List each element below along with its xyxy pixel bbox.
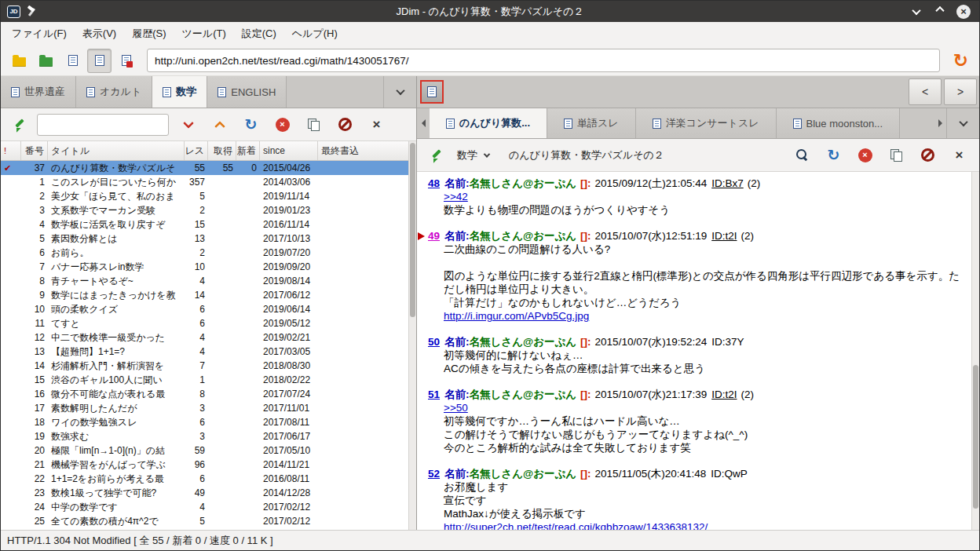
post-link[interactable]: >>42 bbox=[444, 190, 965, 203]
thread-copy-button[interactable] bbox=[884, 143, 909, 167]
post-link[interactable]: http://super2ch.net/test/read.cgi/kqbbzo… bbox=[444, 520, 965, 530]
poster-name[interactable]: 名無しさん@おーぷん bbox=[470, 389, 577, 400]
thread-row[interactable]: 10頭の柔軟クイズ62019/06/14 bbox=[1, 302, 408, 316]
reload-button[interactable]: ↻ bbox=[949, 49, 973, 73]
post-link[interactable]: http://i.imgur.com/APvb5Cg.jpg bbox=[444, 309, 965, 323]
scrollbar-thumb[interactable] bbox=[410, 143, 415, 317]
url-input[interactable] bbox=[147, 49, 940, 72]
thread-row[interactable]: ✔37のんびり算数・数学パズルそ555502015/04/26 bbox=[1, 161, 408, 175]
thread-tab[interactable]: 洋楽コンサートスレ bbox=[636, 108, 777, 138]
column-header[interactable]: 取得 bbox=[208, 141, 236, 160]
menu-item[interactable]: 履歴(S) bbox=[124, 24, 174, 44]
post-number[interactable]: 51 bbox=[428, 389, 440, 400]
post-id[interactable]: ID:QwP bbox=[711, 468, 748, 480]
thread-row[interactable]: 16微分不可能な点が表れる最82017/07/24 bbox=[1, 387, 408, 401]
poster-name[interactable]: 名無しさん@おーぷん bbox=[470, 177, 577, 189]
post-number[interactable]: 49 bbox=[428, 230, 440, 242]
tab-next-button[interactable]: > bbox=[944, 78, 977, 105]
thread-row[interactable]: 3文系数学でマーカン受験22019/01/23 bbox=[1, 203, 408, 217]
board-tab[interactable]: ENGLISH bbox=[207, 76, 287, 108]
column-header[interactable]: タイトル bbox=[48, 141, 185, 160]
board-search-input[interactable] bbox=[37, 114, 169, 136]
maximize-button[interactable] bbox=[931, 3, 949, 20]
thread-reload-button[interactable]: ↻ bbox=[821, 143, 846, 167]
thread-row[interactable]: 21機械学習をがんばって学ぶ962014/11/21 bbox=[1, 458, 408, 472]
board-abone-button[interactable] bbox=[333, 112, 357, 137]
column-header[interactable]: 新着 bbox=[236, 141, 260, 160]
thread-row[interactable]: 11てすと62019/05/12 bbox=[1, 316, 408, 330]
column-header[interactable]: ! bbox=[1, 141, 21, 160]
menu-item[interactable]: ヘルプ(H) bbox=[284, 24, 346, 44]
thread-row[interactable]: 15渋谷のギャル100人に聞い12018/02/22 bbox=[1, 373, 408, 387]
thread-row[interactable]: 7バナー応募スレin数学102019/09/20 bbox=[1, 260, 408, 274]
board-reload-button[interactable]: ↻ bbox=[239, 112, 263, 137]
bbs-list-button[interactable] bbox=[7, 49, 31, 73]
thread-row[interactable]: 221+1=2をお前らが考える最62016/08/11 bbox=[1, 472, 408, 486]
thread-search-button[interactable] bbox=[790, 143, 814, 167]
poster-name[interactable]: 名無しさん@おーぷん bbox=[470, 336, 577, 348]
thread-close-button[interactable]: × bbox=[947, 143, 971, 167]
tabs-scroll-right-button[interactable] bbox=[934, 108, 946, 138]
board-view-button[interactable] bbox=[60, 49, 85, 73]
image-tab-icon[interactable] bbox=[420, 80, 444, 104]
search-down-button[interactable] bbox=[176, 112, 200, 137]
thread-abone-button[interactable] bbox=[916, 143, 940, 167]
favorites-button[interactable] bbox=[34, 49, 58, 73]
post-id[interactable]: ID:t2I bbox=[711, 389, 737, 400]
post-link[interactable]: >>50 bbox=[444, 401, 965, 414]
thread-row[interactable]: 8青チャートやるぞ~42019/08/14 bbox=[1, 274, 408, 288]
column-header[interactable]: since bbox=[260, 141, 318, 160]
thread-row[interactable]: 13【超難問】1+1=?42017/03/05 bbox=[1, 345, 408, 359]
board-tab[interactable]: 世界遺産 bbox=[1, 76, 76, 108]
tab-prev-button[interactable]: < bbox=[909, 78, 942, 105]
board-close-button[interactable]: × bbox=[364, 112, 389, 137]
write-post-button[interactable] bbox=[425, 144, 447, 166]
close-window-button[interactable]: × bbox=[954, 3, 973, 20]
thread-tab[interactable]: のんびり算数... bbox=[430, 108, 547, 138]
column-header[interactable]: 番号 bbox=[21, 141, 48, 160]
post-number[interactable]: 50 bbox=[428, 336, 440, 348]
thread-tabs-dropdown-button[interactable] bbox=[946, 108, 979, 138]
thread-row[interactable]: 2美少女「ほら見て、私のおま52019/11/14 bbox=[1, 189, 408, 203]
new-thread-button[interactable] bbox=[8, 114, 30, 136]
board-tab[interactable]: オカルト bbox=[76, 76, 152, 108]
image-view-button[interactable] bbox=[114, 49, 138, 73]
thread-row[interactable]: 5素因数分解とは132017/10/13 bbox=[1, 232, 408, 246]
menu-item[interactable]: ファイル(F) bbox=[4, 24, 75, 44]
thread-row[interactable]: 25全ての素数の積が4π^2で52017/02/12 bbox=[1, 514, 408, 528]
column-header[interactable]: レス bbox=[185, 141, 208, 160]
board-select-dropdown[interactable]: 数学 bbox=[454, 148, 492, 162]
thread-tab[interactable]: Blue moonston... bbox=[777, 108, 901, 138]
minimize-button[interactable] bbox=[907, 3, 926, 20]
thread-list-scrollbar[interactable] bbox=[408, 141, 416, 530]
thread-row[interactable]: 18ワイの数学勉強スレ62017/08/11 bbox=[1, 415, 408, 429]
scrollbar-thumb[interactable] bbox=[973, 365, 978, 508]
board-tabs-dropdown-button[interactable] bbox=[383, 76, 416, 108]
menu-item[interactable]: 設定(C) bbox=[234, 24, 284, 44]
posts-scrollbar[interactable] bbox=[971, 172, 979, 530]
thread-tab[interactable]: 単語スレ bbox=[547, 108, 636, 138]
post-number[interactable]: 52 bbox=[428, 468, 440, 480]
board-stop-button[interactable]: × bbox=[270, 112, 294, 137]
thread-row[interactable]: 6お前ら。22019/07/20 bbox=[1, 246, 408, 260]
thread-row[interactable]: 12中二で数検準一級受かった42019/02/21 bbox=[1, 330, 408, 345]
thread-row[interactable]: 9数学にはまったきっかけを教142017/06/12 bbox=[1, 288, 408, 302]
menu-item[interactable]: 表示(V) bbox=[75, 24, 124, 44]
thread-row[interactable]: 19数強求む32017/06/17 bbox=[1, 429, 408, 443]
thread-row[interactable]: 20極限「lim[n→1-0](n)」の結592017/05/10 bbox=[1, 443, 408, 458]
thread-row[interactable]: 17素数解明したんだが32017/11/01 bbox=[1, 401, 408, 415]
menu-item[interactable]: ツール(T) bbox=[174, 24, 234, 44]
post-number[interactable]: 48 bbox=[428, 177, 440, 189]
thread-stop-button[interactable]: × bbox=[853, 143, 877, 167]
board-copy-button[interactable] bbox=[302, 112, 326, 137]
thread-row[interactable]: 14杉浦解析入門・解析演習を72018/08/30 bbox=[1, 359, 408, 373]
thread-row[interactable]: 23数検1級って独学で可能?492014/12/28 bbox=[1, 486, 408, 500]
thread-row[interactable]: 1このスレが目についたら何か3572014/03/06 bbox=[1, 175, 408, 189]
thread-row[interactable]: 24中学の数学です42017/02/12 bbox=[1, 500, 408, 514]
thread-row[interactable]: 4数学板に活気を取り戻すぞ152016/11/14 bbox=[1, 217, 408, 232]
poster-name[interactable]: 名無しさん@おーぷん bbox=[470, 230, 577, 242]
poster-name[interactable]: 名無しさん@おーぷん bbox=[470, 468, 577, 480]
tabs-scroll-left-button[interactable] bbox=[417, 108, 430, 138]
column-header[interactable]: 最終書込 bbox=[318, 141, 408, 160]
post-id[interactable]: ID:t2I bbox=[711, 230, 737, 242]
